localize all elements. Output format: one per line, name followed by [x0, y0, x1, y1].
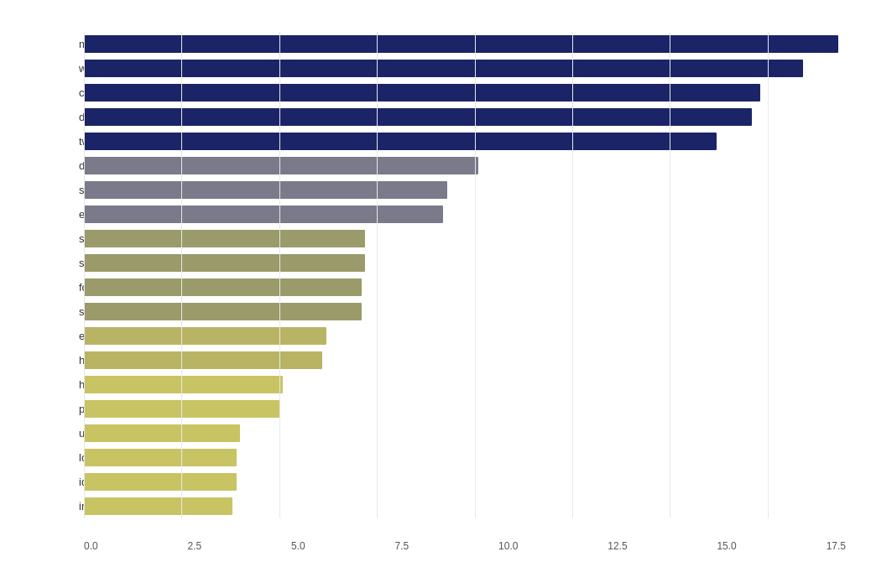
bar-fill	[84, 327, 326, 344]
bar-row: specific	[84, 226, 846, 251]
x-tick: 5.0	[291, 540, 305, 552]
bar-row: high	[84, 348, 846, 372]
bar-chart: modelweatherclimatedigitaltwindatasimula…	[84, 32, 846, 518]
bar-track	[84, 254, 846, 271]
bar-track	[84, 400, 846, 417]
bar-row: events	[84, 324, 846, 348]
bar-row: understand	[84, 421, 846, 445]
bar-track	[84, 327, 846, 344]
bar-track	[84, 206, 846, 222]
grid-line	[84, 32, 85, 518]
bar-fill	[84, 206, 443, 222]
bar-fill	[84, 60, 803, 76]
bar-fill	[84, 254, 365, 271]
grid-line	[768, 32, 769, 518]
bar-row: scale	[84, 299, 846, 324]
bar-fill	[84, 84, 760, 101]
x-tick: 0.0	[84, 540, 98, 552]
bar-row: long	[84, 445, 846, 470]
bar-row: model	[84, 32, 846, 56]
bar-track	[84, 376, 846, 393]
grid-line	[572, 32, 573, 518]
bar-row: earth	[84, 202, 846, 226]
grid-line	[181, 32, 182, 518]
bar-row: data	[84, 154, 846, 178]
bar-track	[84, 449, 846, 466]
grid-line	[377, 32, 378, 518]
x-axis: 0.02.55.07.510.012.515.017.5	[84, 540, 846, 552]
bar-row: improve	[84, 494, 846, 518]
bar-track	[84, 60, 846, 76]
x-tick: 7.5	[395, 540, 409, 552]
bar-fill	[84, 35, 838, 52]
bar-fill	[84, 181, 447, 198]
bar-row: harris	[84, 372, 846, 397]
bar-fill	[84, 497, 232, 514]
x-tick: 17.5	[827, 540, 846, 552]
bar-row: twin	[84, 129, 846, 154]
bar-track	[84, 424, 846, 441]
bar-track	[84, 35, 846, 52]
bar-track	[84, 230, 846, 247]
bar-track	[84, 133, 846, 149]
chart-container: modelweatherclimatedigitaltwindatasimula…	[0, 0, 871, 588]
bar-track	[84, 157, 846, 174]
chart-area: modelweatherclimatedigitaltwindatasimula…	[84, 32, 846, 518]
bar-track	[84, 497, 846, 514]
bar-track	[84, 278, 846, 295]
x-tick: 2.5	[188, 540, 202, 552]
bar-row: weather	[84, 56, 846, 81]
bar-row: scientists	[84, 251, 846, 275]
bar-row: digital	[84, 105, 846, 129]
bar-track	[84, 181, 846, 198]
bar-track	[84, 473, 846, 490]
bar-row: project	[84, 397, 846, 421]
grid-line	[279, 32, 280, 518]
bar-fill	[84, 230, 365, 247]
grid-line	[670, 32, 670, 518]
bar-row: forecast	[84, 275, 846, 299]
bar-row: simulations	[84, 178, 846, 202]
bar-track	[84, 84, 846, 101]
bar-track	[84, 108, 846, 125]
bar-track	[84, 303, 846, 320]
bar-fill	[84, 133, 717, 149]
bar-fill	[84, 473, 237, 490]
bar-fill	[84, 108, 752, 125]
bar-fill	[84, 376, 283, 393]
bar-row: climate	[84, 81, 846, 105]
bar-fill	[84, 303, 362, 320]
grid-line	[475, 32, 476, 518]
bar-fill	[84, 278, 362, 295]
bar-fill	[84, 351, 322, 368]
bar-fill	[84, 424, 240, 441]
x-tick: 15.0	[717, 540, 736, 552]
x-tick: 12.5	[608, 540, 627, 552]
x-tick: 10.0	[498, 540, 518, 552]
bar-row: identify	[84, 470, 846, 494]
bar-track	[84, 351, 846, 368]
bar-fill	[84, 157, 478, 174]
bar-fill	[84, 449, 237, 466]
